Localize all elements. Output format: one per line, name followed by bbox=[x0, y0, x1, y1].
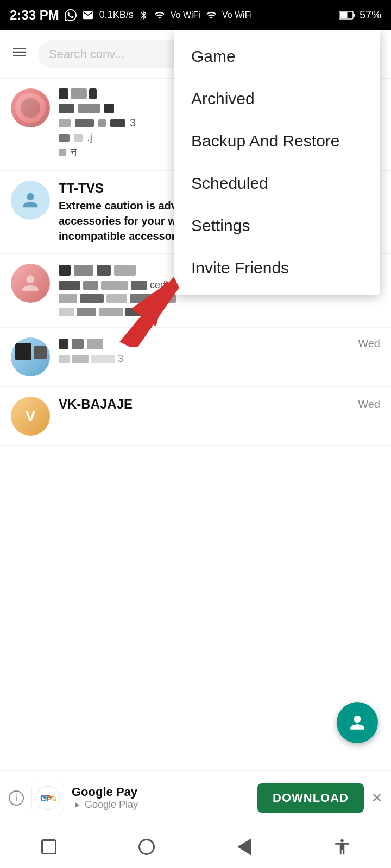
menu-item-settings[interactable]: Settings bbox=[174, 205, 380, 247]
avatar bbox=[11, 264, 50, 303]
gmail-icon bbox=[82, 9, 94, 21]
menu-item-scheduled[interactable]: Scheduled bbox=[174, 162, 380, 205]
conv-name: VK-BAJAJE bbox=[59, 397, 133, 412]
play-icon bbox=[72, 800, 81, 810]
banner-text: Google Pay Google Play bbox=[72, 785, 250, 810]
bluetooth-icon bbox=[139, 10, 149, 20]
accessibility-icon bbox=[333, 838, 351, 856]
nav-back-button[interactable] bbox=[228, 831, 261, 863]
bottom-nav bbox=[0, 825, 391, 868]
avatar bbox=[11, 337, 50, 376]
nav-home-button[interactable] bbox=[130, 831, 163, 863]
nav-accessibility-button[interactable] bbox=[326, 831, 358, 863]
nav-square-button[interactable] bbox=[33, 831, 65, 863]
list-item[interactable]: V VK-BAJAJE Wed bbox=[0, 387, 391, 446]
redacted-name-row bbox=[59, 265, 136, 276]
conv-time: Wed bbox=[358, 337, 380, 350]
info-icon[interactable]: i bbox=[9, 790, 24, 806]
conv-time: Wed bbox=[358, 398, 380, 411]
redacted-preview3: h... bbox=[59, 306, 358, 317]
redacted-preview: 3 bbox=[59, 353, 380, 365]
status-bar: 2:33 PM 0.1KB/s Vo WiFi Vo WiFi 57% bbox=[0, 0, 391, 30]
svg-rect-1 bbox=[339, 12, 347, 18]
conv-name: TT-TVS bbox=[59, 181, 104, 196]
fab-button[interactable] bbox=[337, 702, 378, 743]
app-logo: G P a bbox=[31, 782, 64, 814]
signal-icon bbox=[154, 10, 165, 21]
svg-text:P: P bbox=[47, 794, 52, 803]
banner-subtitle-text: Google Play bbox=[85, 799, 138, 810]
circle-icon bbox=[138, 839, 155, 855]
status-left: 2:33 PM 0.1KB/s Vo WiFi Vo WiFi bbox=[10, 8, 252, 23]
banner-title: Google Pay bbox=[72, 785, 250, 799]
menu-item-game[interactable]: Game bbox=[174, 35, 380, 78]
status-right: 57% bbox=[339, 9, 381, 21]
dropdown-menu: Game Archived Backup And Restore Schedul… bbox=[174, 30, 380, 295]
svg-rect-2 bbox=[353, 14, 355, 17]
svg-text:a: a bbox=[52, 794, 56, 803]
square-icon bbox=[41, 839, 56, 854]
search-placeholder: Search conv... bbox=[49, 47, 124, 61]
conv-content: Wed 3 bbox=[59, 337, 380, 365]
redacted-name-row bbox=[59, 339, 103, 349]
download-button[interactable]: DOWNLOAD bbox=[257, 783, 364, 813]
svg-text:G: G bbox=[40, 794, 47, 803]
wifi-icon bbox=[206, 10, 217, 21]
network-speed: 0.1KB/s bbox=[99, 9, 134, 21]
redacted-name bbox=[59, 88, 97, 99]
avatar: V bbox=[11, 397, 50, 436]
conv-content: VK-BAJAJE Wed bbox=[59, 397, 380, 412]
battery-icon bbox=[339, 10, 355, 20]
avatar bbox=[11, 88, 50, 127]
status-time: 2:33 PM bbox=[10, 8, 59, 23]
menu-item-archived[interactable]: Archived bbox=[174, 78, 380, 120]
menu-item-backup[interactable]: Backup And Restore bbox=[174, 120, 380, 162]
whatsapp-icon bbox=[65, 9, 77, 21]
person-icon bbox=[347, 712, 368, 733]
redacted-preview2 bbox=[59, 294, 358, 303]
close-banner-button[interactable]: ✕ bbox=[371, 790, 382, 806]
back-icon bbox=[237, 838, 251, 856]
avatar bbox=[11, 181, 50, 220]
gpay-logo: G P a bbox=[35, 785, 61, 811]
bottom-banner: i G P a Google Pay Google Play DOWNLOAD … bbox=[0, 770, 391, 825]
banner-subtitle: Google Play bbox=[72, 799, 250, 810]
menu-button[interactable] bbox=[11, 43, 28, 65]
menu-item-invite[interactable]: Invite Friends bbox=[174, 247, 380, 289]
battery-percent: 57% bbox=[360, 9, 381, 21]
list-item[interactable]: Wed 3 bbox=[0, 328, 391, 387]
